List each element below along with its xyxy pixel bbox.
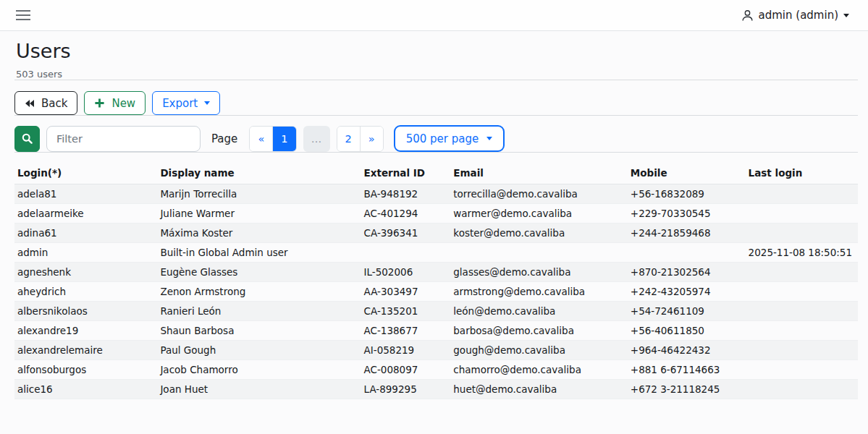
cell-mobile: +242-43205974 [628, 282, 746, 302]
col-header-display-name: Display name [157, 162, 361, 184]
page-title: Users [16, 40, 858, 62]
cell-mobile: +56-16832089 [628, 184, 746, 204]
user-menu-label: admin (admin) [759, 9, 838, 22]
table-row[interactable]: agneshenkEugène GlassesIL-502006glasses@… [14, 263, 858, 282]
col-header-email: Email [450, 162, 628, 184]
cell-email: torrecilla@demo.cavaliba [450, 184, 628, 204]
table-row[interactable]: alice16Joan HuetLA-899295huet@demo.caval… [14, 380, 858, 399]
cell-last-login [746, 380, 858, 399]
back-button[interactable]: Back [14, 91, 77, 115]
user-count: 503 users [16, 69, 858, 80]
pagination-group: « 1 [249, 126, 296, 152]
person-icon [741, 9, 754, 22]
cell-display-name: Shaun Barbosa [157, 321, 361, 341]
cell-email: koster@demo.cavaliba [450, 224, 628, 243]
cell-last-login [746, 282, 858, 302]
table-row[interactable]: adelaarmeikeJuliane WarmerAC-401294warme… [14, 204, 858, 224]
cell-mobile: +870-21302564 [628, 263, 746, 282]
col-header-last-login: Last login [746, 162, 858, 184]
cell-login: aheydrich [14, 282, 157, 302]
table-row[interactable]: adela81Marijn TorrecillaBA-948192torreci… [14, 184, 858, 204]
per-page-label: 500 per page [406, 132, 479, 145]
cell-last-login [746, 302, 858, 321]
plus-icon [94, 98, 105, 109]
new-button[interactable]: New [84, 91, 146, 115]
cell-login: agneshenk [14, 263, 157, 282]
table-header-row: Login(*) Display name External ID Email … [14, 162, 858, 184]
cell-email: chamorro@demo.cavaliba [450, 360, 628, 380]
cell-display-name: Marijn Torrecilla [157, 184, 361, 204]
cell-display-name: Joan Huet [157, 380, 361, 399]
page-label: Page [211, 132, 237, 145]
cell-last-login: 2025-11-08 18:50:51 [746, 243, 858, 263]
cell-display-name: Built-in Global Admin user [157, 243, 361, 263]
cell-email: barbosa@demo.cavaliba [450, 321, 628, 341]
table-row[interactable]: adminBuilt-in Global Admin user2025-11-0… [14, 243, 858, 263]
hamburger-menu-button[interactable] [16, 9, 30, 22]
cell-email: gough@demo.cavaliba [450, 341, 628, 360]
cell-email: warmer@demo.cavaliba [450, 204, 628, 224]
cell-last-login [746, 321, 858, 341]
table-row[interactable]: adina61Máxima KosterCA-396341koster@demo… [14, 224, 858, 243]
divider [14, 152, 858, 153]
main-content: Users 503 users Back New Export [0, 40, 868, 399]
cell-mobile: +881 6-67114663 [628, 360, 746, 380]
cell-mobile: +56-40611850 [628, 321, 746, 341]
cell-login: albersnikolaos [14, 302, 157, 321]
cell-mobile: +964-46422432 [628, 341, 746, 360]
cell-login: alice16 [14, 380, 157, 399]
hamburger-icon [16, 10, 30, 12]
cell-email: glasses@demo.cavaliba [450, 263, 628, 282]
pagination-prev[interactable]: « [250, 127, 272, 151]
table-row[interactable]: alexandre19Shaun BarbosaAC-138677barbosa… [14, 321, 858, 341]
cell-external-id: CA-396341 [361, 224, 451, 243]
cell-mobile: +672 3-21118245 [628, 380, 746, 399]
table-row[interactable]: alfonsoburgosJacob ChamorroAC-008097cham… [14, 360, 858, 380]
filter-input[interactable] [46, 126, 201, 152]
per-page-dropdown[interactable]: 500 per page [394, 125, 505, 152]
pagination-group: 2 » [337, 126, 384, 152]
pagination: « 1 … 2 » [249, 126, 383, 152]
export-button-label: Export [162, 97, 198, 110]
cell-last-login [746, 263, 858, 282]
pagination-ellipsis: … [303, 126, 330, 152]
pagination-page-2[interactable]: 2 [337, 127, 360, 151]
cell-display-name: Jacob Chamorro [157, 360, 361, 380]
pagination-page-1[interactable]: 1 [272, 127, 295, 151]
cell-external-id: AC-401294 [361, 204, 451, 224]
user-menu-button[interactable]: admin (admin) [737, 8, 854, 22]
magnifier-icon [21, 132, 33, 145]
cell-external-id: AC-008097 [361, 360, 451, 380]
export-button[interactable]: Export [152, 91, 220, 115]
col-header-external-id: External ID [361, 162, 451, 184]
pagination-next[interactable]: » [360, 127, 383, 151]
cell-last-login [746, 341, 858, 360]
cell-mobile: +229-70330545 [628, 204, 746, 224]
search-button[interactable] [14, 126, 40, 152]
cell-last-login [746, 224, 858, 243]
cell-display-name: Juliane Warmer [157, 204, 361, 224]
cell-external-id: IL-502006 [361, 263, 451, 282]
cell-external-id: AA-303497 [361, 282, 451, 302]
cell-last-login [746, 184, 858, 204]
cell-external-id: CA-135201 [361, 302, 451, 321]
cell-login: adela81 [14, 184, 157, 204]
cell-login: alexandre19 [14, 321, 157, 341]
cell-login: admin [14, 243, 157, 263]
cell-login: adelaarmeike [14, 204, 157, 224]
cell-display-name: Ranieri León [157, 302, 361, 321]
table-row[interactable]: aheydrichZenon ArmstrongAA-303497armstro… [14, 282, 858, 302]
table-row[interactable]: alexandrelemairePaul GoughAI-058219gough… [14, 341, 858, 360]
caret-down-icon [204, 101, 210, 105]
cell-external-id: AC-138677 [361, 321, 451, 341]
cell-external-id: LA-899295 [361, 380, 451, 399]
cell-email [450, 243, 628, 263]
topbar: admin (admin) [0, 0, 868, 31]
users-table: Login(*) Display name External ID Email … [14, 162, 858, 399]
rewind-icon [25, 99, 35, 108]
cell-external-id: AI-058219 [361, 341, 451, 360]
col-header-login: Login(*) [14, 162, 157, 184]
table-row[interactable]: albersnikolaosRanieri LeónCA-135201león@… [14, 302, 858, 321]
users-table-body: adela81Marijn TorrecillaBA-948192torreci… [14, 184, 858, 399]
cell-mobile: +244-21859468 [628, 224, 746, 243]
